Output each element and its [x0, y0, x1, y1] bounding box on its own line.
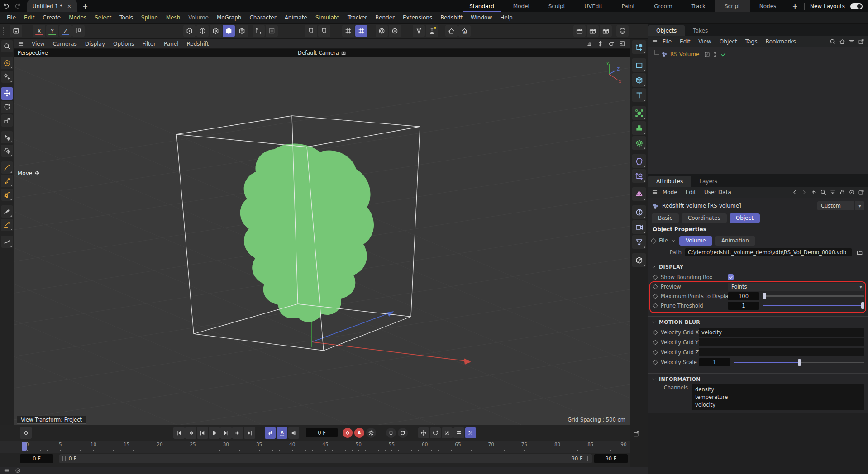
object-manager-menu-bookmarks[interactable]: Bookmarks	[762, 38, 800, 45]
key-rotation-button[interactable]	[430, 427, 441, 438]
toolbar-grip[interactable]	[2, 26, 6, 36]
attribute-manager-tab-layers[interactable]: Layers	[691, 176, 725, 187]
goto-start-button[interactable]	[173, 427, 185, 439]
text-field-velocity-grid-z[interactable]	[699, 348, 864, 356]
object-manager-tab-objects[interactable]: Objects	[648, 25, 685, 36]
ruler-frame-0[interactable]: 0	[26, 441, 29, 447]
menu-render[interactable]: Render	[371, 14, 399, 21]
viewport[interactable]: Perspective Default Camera Y Z X	[14, 49, 630, 425]
object-manager-menu-object[interactable]: Object	[716, 38, 741, 45]
text-object-button[interactable]	[632, 88, 646, 102]
brush-tool[interactable]	[1, 205, 13, 218]
ruler-frame-60[interactable]: 60	[422, 441, 428, 447]
menu-spline[interactable]: Spline	[137, 14, 162, 21]
object-name[interactable]: RS Volume	[670, 51, 699, 57]
render-view-button[interactable]	[573, 25, 586, 37]
layout-tab-uvedit[interactable]: UVEdit	[575, 0, 612, 12]
ruler-frame-50[interactable]: 50	[356, 441, 362, 447]
key-diamond-icon[interactable]	[653, 340, 658, 345]
play-button[interactable]	[209, 427, 220, 439]
layout-tab-nodes[interactable]: Nodes	[750, 0, 786, 12]
popout-icon[interactable]	[858, 189, 864, 195]
search-icon[interactable]	[830, 38, 836, 45]
menu-redshift[interactable]: Redshift	[436, 14, 467, 21]
ruler-frame-55[interactable]: 55	[389, 441, 395, 447]
spline-pen-object-button[interactable]	[632, 40, 646, 54]
ruler-frame-35[interactable]: 35	[256, 441, 262, 447]
attribute-tab-basic[interactable]: Basic	[652, 213, 679, 223]
key-pla-button[interactable]	[442, 427, 453, 438]
viewport-camera-label[interactable]: Default Camera	[298, 50, 346, 56]
redo-icon[interactable]	[12, 0, 24, 12]
text-field-velocity-grid-y[interactable]	[699, 338, 864, 346]
up-icon[interactable]	[811, 189, 817, 195]
menu-edit[interactable]: Edit	[20, 14, 38, 21]
object-enabled-check-icon[interactable]	[720, 52, 726, 57]
menu-create[interactable]: Create	[38, 14, 65, 21]
lock-y-axis-button[interactable]: Y	[46, 25, 58, 37]
viewport-menu-icon[interactable]	[14, 41, 28, 47]
range-end-grip[interactable]	[586, 456, 590, 461]
preset-dropdown-arrow-icon[interactable]: ▾	[855, 201, 864, 210]
layout-tab-sculpt[interactable]: Sculpt	[539, 0, 575, 12]
object-row[interactable]: RS Volume	[648, 50, 868, 59]
file-group-chevron-icon[interactable]	[671, 238, 676, 243]
ruler-frame-45[interactable]: 45	[322, 441, 328, 447]
section-header[interactable]: DISPLAY	[648, 261, 868, 272]
coordinate-system-button[interactable]	[72, 25, 85, 37]
toggle-view-icon[interactable]	[619, 40, 625, 47]
key-diamond-icon[interactable]	[653, 330, 658, 335]
menu-file[interactable]: File	[3, 14, 20, 21]
keyframe-bar-button[interactable]	[20, 427, 32, 439]
next-frame-button[interactable]	[220, 427, 232, 439]
file-mode-volume-button[interactable]: Volume	[679, 236, 712, 246]
soft-selection-tool[interactable]	[1, 145, 13, 157]
volume-pen-tool[interactable]	[1, 189, 13, 201]
record-keyframe-button[interactable]	[343, 428, 353, 438]
ruler-frame-40[interactable]: 40	[289, 441, 295, 447]
next-key-button[interactable]	[232, 427, 243, 439]
workplane-button[interactable]	[253, 25, 265, 37]
lock-icon[interactable]	[839, 189, 845, 195]
object-edit-icon[interactable]	[704, 52, 710, 57]
edit-render-settings-button[interactable]	[600, 25, 612, 37]
render-picture-viewer-button[interactable]	[587, 25, 599, 37]
object-manager-menu-edit[interactable]: Edit	[676, 38, 694, 45]
previous-key-button[interactable]	[185, 427, 196, 439]
expand-icon[interactable]	[858, 38, 864, 45]
ruler-frame-25[interactable]: 25	[190, 441, 196, 447]
undo-queue-button[interactable]	[10, 25, 22, 37]
attribute-tab-object[interactable]: Object	[730, 213, 760, 223]
ruler-frame-15[interactable]: 15	[124, 441, 129, 447]
polygon-pen-tool[interactable]	[1, 175, 13, 187]
field-button[interactable]	[632, 169, 646, 183]
ruler-frame-20[interactable]: 20	[157, 441, 162, 447]
section-collapse-icon[interactable]	[652, 265, 656, 269]
spline-rectangle-button[interactable]	[632, 58, 646, 72]
workplane-house-button[interactable]	[445, 25, 458, 37]
rotate-view-icon[interactable]	[608, 40, 615, 47]
object-visibility-dots[interactable]	[714, 52, 716, 57]
menu-modes[interactable]: Modes	[65, 14, 91, 21]
quantize-settings-button[interactable]	[355, 25, 367, 37]
menu-simulate[interactable]: Simulate	[311, 14, 343, 21]
ruler-frame-70[interactable]: 70	[488, 441, 494, 447]
document-tab[interactable]: Untitled 1 * ×	[27, 0, 77, 12]
loop-mode-button[interactable]	[265, 427, 276, 439]
new-document-tab-button[interactable]: +	[77, 2, 94, 10]
key-diamond-icon[interactable]	[653, 284, 658, 289]
current-frame-field[interactable]: 0 F	[306, 428, 338, 437]
slider-maximum-points-to-display[interactable]	[763, 292, 864, 300]
home-icon[interactable]	[839, 38, 845, 45]
selection-transform-tool[interactable]	[1, 131, 13, 143]
section-header[interactable]: MOTION BLUR	[648, 317, 868, 327]
subdivision-surface-button[interactable]	[632, 106, 646, 120]
object-manager-menu-file[interactable]: File	[659, 38, 675, 45]
range-start-grip[interactable]	[62, 456, 66, 461]
falloff-button[interactable]	[376, 25, 388, 37]
spline-smooth-tool[interactable]	[1, 236, 13, 248]
axis-gizmo[interactable]: Y Z X	[599, 61, 623, 84]
object-manager-tab-takes[interactable]: Takes	[685, 25, 716, 36]
scale-tool[interactable]	[1, 114, 13, 127]
workplane-auto-button[interactable]: A	[458, 25, 471, 37]
